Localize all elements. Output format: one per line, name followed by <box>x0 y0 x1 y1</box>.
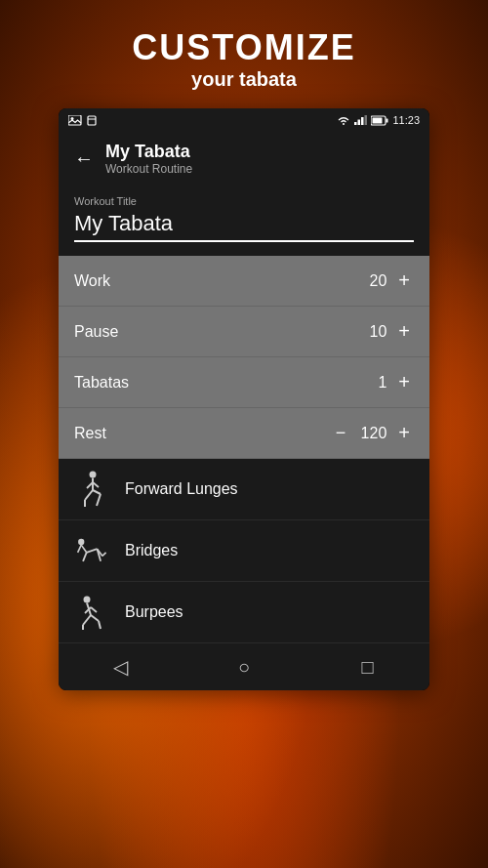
svg-point-27 <box>84 597 91 603</box>
status-time: 11:23 <box>392 114 420 126</box>
svg-rect-9 <box>373 117 383 123</box>
setting-row-work: Work 20 + <box>59 256 429 307</box>
svg-rect-5 <box>358 119 361 125</box>
header-section: CUSTOMIZE your tabata <box>0 0 488 108</box>
setting-label-rest: Rest <box>74 425 106 442</box>
status-icons-right: 11:23 <box>337 114 420 126</box>
header-customize: CUSTOMIZE <box>0 27 488 68</box>
svg-line-17 <box>93 490 101 494</box>
pause-plus-button[interactable]: + <box>394 320 414 343</box>
svg-rect-2 <box>88 116 96 125</box>
setting-label-tabatas: Tabatas <box>74 374 129 392</box>
exercise-name-bridges: Bridges <box>125 542 178 559</box>
exercise-name-burpees: Burpees <box>125 603 183 621</box>
bottom-nav: ◁ ○ □ <box>59 643 429 690</box>
setting-label-pause: Pause <box>74 323 118 341</box>
nav-back-button[interactable]: ◁ <box>101 651 140 682</box>
svg-line-25 <box>78 545 82 553</box>
svg-line-26 <box>102 553 106 557</box>
svg-line-30 <box>91 615 99 621</box>
image-icon <box>68 115 82 126</box>
setting-value-rest: 120 <box>357 425 386 442</box>
bridges-icon <box>74 532 111 569</box>
setting-controls-tabatas: 1 + <box>357 371 414 393</box>
setting-row-rest: Rest − 120 + <box>59 408 429 459</box>
svg-line-32 <box>91 607 97 612</box>
screen-title: My Tabata <box>105 142 414 162</box>
setting-row-tabatas: Tabatas 1 + <box>59 357 429 408</box>
wifi-icon <box>337 115 350 126</box>
burpees-icon <box>74 594 111 631</box>
nav-home-button[interactable]: ○ <box>224 651 264 682</box>
setting-value-tabatas: 1 <box>357 374 386 392</box>
svg-point-11 <box>90 472 97 478</box>
back-button[interactable]: ← <box>74 147 94 170</box>
svg-line-20 <box>81 545 86 553</box>
svg-rect-10 <box>386 118 388 122</box>
svg-rect-7 <box>365 115 368 125</box>
setting-label-work: Work <box>74 272 110 290</box>
setting-value-pause: 10 <box>357 323 386 341</box>
header-subtitle: your tabata <box>0 68 488 91</box>
top-bar: ← My Tabata Workout Routine <box>59 132 429 186</box>
input-label: Workout Title <box>74 195 414 207</box>
setting-controls-work: 20 + <box>357 269 414 292</box>
exercise-row-forward-lunges[interactable]: Forward Lunges <box>59 459 429 520</box>
signal-icon <box>354 115 367 126</box>
input-section: Workout Title My Tabata <box>59 186 429 256</box>
setting-controls-rest: − 120 + <box>332 422 414 444</box>
setting-controls-pause: 10 + <box>357 320 414 343</box>
nav-recent-button[interactable]: □ <box>348 651 387 682</box>
tabatas-plus-button[interactable]: + <box>394 371 414 393</box>
workout-title-input[interactable]: My Tabata <box>74 211 414 242</box>
setting-value-work: 20 <box>357 272 386 290</box>
work-plus-button[interactable]: + <box>394 269 414 292</box>
rest-minus-button[interactable]: − <box>332 423 350 443</box>
exercise-row-bridges[interactable]: Bridges <box>59 520 429 582</box>
screen-subtitle: Workout Routine <box>105 162 414 176</box>
exercise-name-forward-lunges: Forward Lunges <box>125 480 238 498</box>
sim-icon <box>86 115 98 126</box>
svg-line-34 <box>99 621 101 629</box>
phone-frame: 11:23 ← My Tabata Workout Routine Workou… <box>59 108 429 690</box>
svg-line-18 <box>97 494 101 506</box>
svg-rect-0 <box>68 115 81 125</box>
svg-line-15 <box>85 490 93 500</box>
rest-plus-button[interactable]: + <box>394 422 414 444</box>
settings-section: Work 20 + Pause 10 + Tabatas 1 + Rest <box>59 256 429 459</box>
setting-row-pause: Pause 10 + <box>59 307 429 357</box>
status-bar: 11:23 <box>59 108 429 132</box>
svg-line-29 <box>83 615 91 625</box>
svg-line-23 <box>83 553 87 561</box>
svg-rect-4 <box>354 122 357 125</box>
svg-point-19 <box>78 539 84 545</box>
status-icons-left <box>68 115 98 126</box>
forward-lunges-icon <box>74 471 111 508</box>
exercise-section: Forward Lunges Bridges <box>59 459 429 643</box>
battery-icon <box>371 115 388 126</box>
svg-rect-6 <box>361 117 364 125</box>
title-group: My Tabata Workout Routine <box>105 142 414 176</box>
svg-line-21 <box>87 549 98 553</box>
exercise-row-burpees[interactable]: Burpees <box>59 582 429 643</box>
